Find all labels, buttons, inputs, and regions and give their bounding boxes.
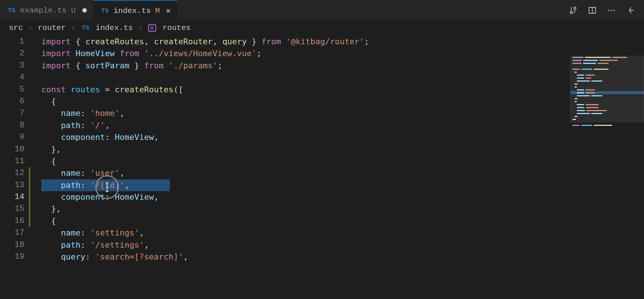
chevron-right-icon: › <box>138 24 143 32</box>
variable-symbol-icon: ⊟ <box>148 24 156 32</box>
minimap[interactable] <box>570 56 644 141</box>
minimap-viewport[interactable] <box>570 56 644 122</box>
code-line: component: HomeView, <box>41 191 644 203</box>
line-number[interactable]: 17 <box>0 227 29 239</box>
split-editor-icon[interactable] <box>588 6 597 15</box>
code-line: }, <box>41 203 644 215</box>
code-line: }, <box>41 144 644 155</box>
code-line: { <box>41 96 644 107</box>
text-cursor-icon <box>104 182 110 192</box>
editor-body[interactable]: 1 2 3 4 5 6 7 8 9 10 11 12 13 14 15 16 1… <box>0 35 644 299</box>
tab-actions <box>569 6 644 15</box>
line-number[interactable]: 11 <box>0 155 29 167</box>
chevron-right-icon: › <box>71 24 76 32</box>
line-number[interactable]: 4 <box>0 72 29 83</box>
tab-index[interactable]: TS index.ts M ✕ <box>93 0 177 21</box>
svg-point-2 <box>608 10 610 11</box>
code-line: name: 'user', <box>41 167 644 179</box>
line-number[interactable]: 16 <box>0 215 29 227</box>
line-number[interactable]: 6 <box>0 96 29 107</box>
breadcrumb[interactable]: src › router › TS index.ts › ⊟ routes <box>0 21 644 35</box>
dirty-indicator-icon <box>82 8 87 13</box>
code-line-selected: path: '/[id]', <box>41 179 644 191</box>
line-number[interactable]: 14 <box>0 191 29 203</box>
gutter[interactable]: 1 2 3 4 5 6 7 8 9 10 11 12 13 14 15 16 1… <box>0 35 29 299</box>
tab-bar: TS example.ts U TS index.ts M ✕ <box>0 0 644 21</box>
line-number[interactable]: 3 <box>0 60 29 72</box>
breadcrumb-folder[interactable]: src <box>9 24 23 32</box>
line-number[interactable]: 19 <box>0 251 29 263</box>
git-status-untracked: U <box>71 6 76 15</box>
git-status-modified: M <box>155 7 160 15</box>
code-line: import { sortParam } from './params'; <box>41 60 644 72</box>
close-icon[interactable]: ✕ <box>166 6 171 16</box>
tab-example[interactable]: TS example.ts U <box>0 0 93 21</box>
line-number[interactable]: 7 <box>0 107 29 119</box>
code-line: query: 'search=[?search]', <box>41 251 644 263</box>
line-number[interactable]: 15 <box>0 203 29 215</box>
line-number[interactable]: 18 <box>0 239 29 251</box>
code-line: name: 'home', <box>41 107 644 119</box>
breadcrumb-symbol[interactable]: routes <box>163 24 191 32</box>
code-line: name: 'settings', <box>41 227 644 239</box>
line-number[interactable]: 8 <box>0 120 29 131</box>
code-line: { <box>41 215 644 227</box>
typescript-icon: TS <box>81 24 90 32</box>
line-number[interactable]: 2 <box>0 48 29 59</box>
code-line: path: '/settings', <box>41 239 644 251</box>
line-number[interactable]: 12 <box>0 167 29 179</box>
svg-point-3 <box>611 10 612 11</box>
code-line: import HomeView from '../views/HomeView.… <box>41 48 644 59</box>
code-line: component: HomeView, <box>41 131 644 143</box>
typescript-icon: TS <box>100 7 110 15</box>
code-line: const routes = createRoutes([ <box>41 84 644 96</box>
tab-label: index.ts <box>113 7 151 15</box>
chevron-right-icon: › <box>28 24 33 32</box>
collapse-icon[interactable] <box>626 6 635 15</box>
code-line: import { createRoutes, createRouter, que… <box>41 36 644 48</box>
editor-container: TS example.ts U TS index.ts M ✕ src › ro… <box>0 0 644 299</box>
code-line: { <box>41 155 644 167</box>
breadcrumb-folder[interactable]: router <box>38 24 66 32</box>
line-number[interactable]: 1 <box>0 36 29 48</box>
tab-label: example.ts <box>20 6 66 15</box>
line-number[interactable]: 13 <box>0 179 29 191</box>
code-line: path: '/', <box>41 120 644 131</box>
line-number[interactable]: 5 <box>0 84 29 96</box>
code-line <box>41 72 644 83</box>
breadcrumb-file[interactable]: index.ts <box>96 24 133 32</box>
typescript-icon: TS <box>7 7 16 14</box>
more-actions-icon[interactable] <box>607 6 616 15</box>
code-area[interactable]: import { createRoutes, createRouter, que… <box>29 35 644 299</box>
svg-point-4 <box>613 10 615 11</box>
compare-changes-icon[interactable] <box>569 6 578 15</box>
line-number[interactable]: 9 <box>0 131 29 143</box>
line-number[interactable]: 10 <box>0 144 29 155</box>
